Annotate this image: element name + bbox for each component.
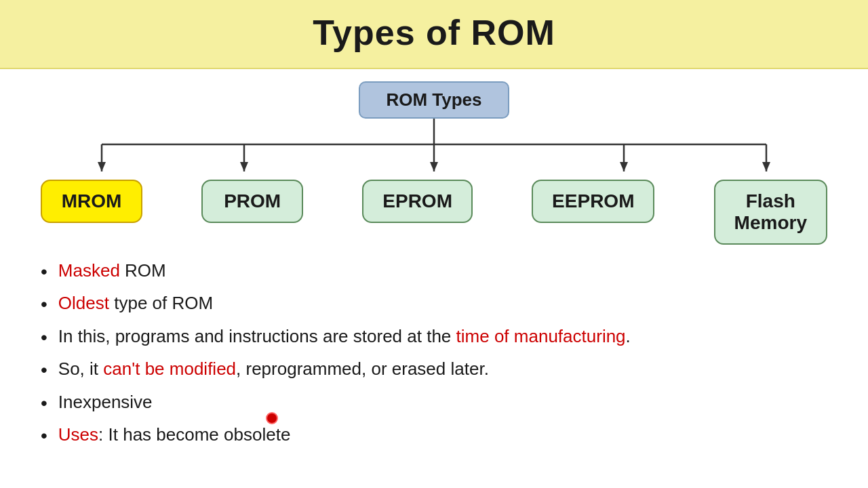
bullet-text-3: In this, programs and instructions are s… (58, 325, 631, 348)
diagram-area: ROM Types MROM PRO (0, 81, 868, 245)
bullet-5: • Inexpensive (41, 391, 868, 415)
uses-red: Uses (58, 424, 98, 445)
bullet-text-2: Oldest type of ROM (58, 292, 213, 315)
svg-marker-11 (762, 162, 770, 171)
node-mrom: MROM (41, 180, 142, 223)
bullet-2: • Oldest type of ROM (41, 292, 868, 317)
nodes-row: MROM PROM EPROM EEPROM FlashMemory (27, 180, 841, 245)
bullet-dot-6: • (41, 424, 47, 448)
bullet-text-6: Uses: It has become obsolete (58, 424, 291, 447)
page-title: Types of ROM (313, 13, 555, 52)
time-red: time of manufacturing (456, 326, 626, 346)
svg-marker-8 (240, 162, 248, 171)
node-eprom: EPROM (362, 180, 473, 223)
bullet-3: • In this, programs and instructions are… (41, 325, 868, 350)
svg-marker-7 (98, 162, 106, 171)
node-eeprom: EEPROM (532, 180, 654, 223)
root-node: ROM Types (359, 81, 509, 119)
tree-connector (27, 119, 841, 180)
bullet-dot-1: • (41, 260, 47, 284)
svg-marker-10 (620, 162, 628, 171)
bullet-dot-2: • (41, 292, 47, 317)
bullet-dot-5: • (41, 391, 47, 415)
masked-red: Masked (58, 260, 120, 281)
bullet-text-5: Inexpensive (58, 391, 153, 414)
oldest-red: Oldest (58, 293, 109, 313)
header: Types of ROM (0, 0, 868, 69)
bullet-6: • Uses: It has become obsolete (41, 424, 868, 448)
cantbe-red: can't be modified (103, 359, 236, 379)
bullet-dot-3: • (41, 325, 47, 350)
bullet-1: • Masked ROM (41, 260, 868, 284)
bullet-dot-4: • (41, 358, 47, 382)
node-flash: FlashMemory (714, 180, 827, 245)
svg-marker-9 (430, 162, 438, 171)
bullet-text-1: Masked ROM (58, 260, 166, 283)
bullet-4: • So, it can't be modified, reprogrammed… (41, 358, 868, 382)
bullet-section: • Masked ROM • Oldest type of ROM • In t… (0, 260, 868, 448)
node-prom: PROM (201, 180, 303, 223)
bullet-text-4: So, it can't be modified, reprogrammed, … (58, 358, 489, 381)
mouse-cursor (266, 412, 278, 424)
